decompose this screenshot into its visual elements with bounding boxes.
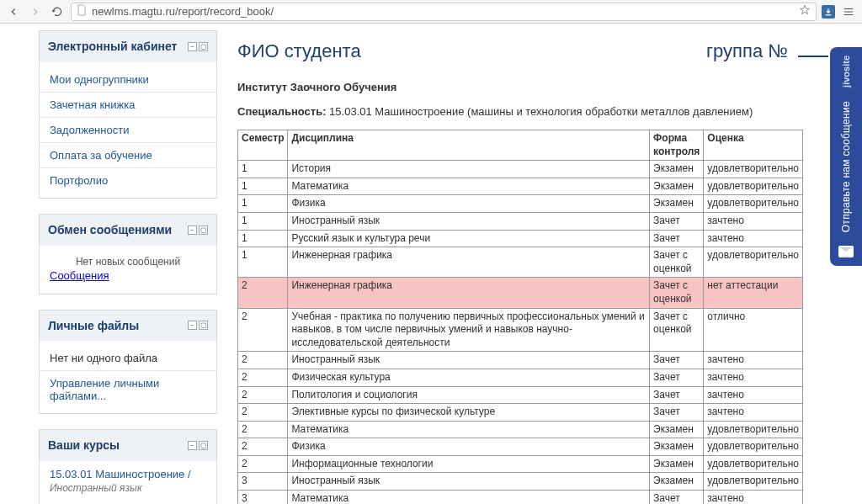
cell-form: Зачет: [650, 212, 704, 230]
cell-grade: отлично: [704, 308, 803, 352]
block-title: Ваши курсы: [48, 438, 120, 453]
course-sub: Иностранный язык: [50, 482, 206, 494]
cell-discipline: Физическая культура: [288, 369, 650, 386]
address-bar[interactable]: newlms.magtu.ru/report/record_book/: [71, 3, 817, 21]
cell-form: Экзамен: [650, 438, 704, 456]
cell-discipline: Инженерная графика: [288, 278, 650, 308]
download-button[interactable]: [822, 5, 835, 19]
col-discipline: Дисциплина: [288, 130, 650, 161]
cell-discipline: Русский язык и культура речи: [288, 230, 650, 247]
cell-semester: 2: [238, 352, 288, 369]
cell-discipline: Инженерная графика: [288, 247, 650, 278]
block-title: Обмен сообщениями: [48, 223, 172, 237]
download-icon: [824, 8, 833, 16]
cell-discipline: Иностранный язык: [288, 212, 650, 230]
table-header-row: Семестр Дисциплина Форма контроля Оценка: [238, 130, 803, 161]
cell-semester: 3: [238, 473, 288, 491]
table-row: 2Информационные технологииЭкзаменудовлет…: [238, 455, 803, 473]
cell-semester: 2: [238, 421, 288, 438]
manage-files-link[interactable]: Управление личными файлами...: [50, 377, 159, 402]
cell-semester: 2: [238, 455, 288, 473]
forward-button[interactable]: [27, 3, 44, 20]
table-row: 1ФизикаЭкзаменудовлетворительно: [238, 195, 803, 213]
table-row: 2Учебная - практика по получению первичн…: [238, 308, 803, 352]
back-button[interactable]: [5, 3, 22, 20]
table-row: 1Инженерная графикаЗачет с оценкойудовле…: [238, 247, 803, 278]
collapse-icon[interactable]: −: [188, 225, 197, 235]
block-title: Электронный кабинет: [48, 40, 177, 54]
cell-discipline: Математика: [288, 178, 650, 195]
reload-button[interactable]: [49, 3, 66, 20]
cell-form: Экзамен: [650, 178, 704, 195]
cell-form: Зачет: [650, 230, 704, 247]
cell-grade: удовлетворительно: [704, 247, 803, 278]
cell-form: Экзамен: [650, 161, 704, 178]
cell-semester: 2: [238, 278, 288, 308]
dock-icon[interactable]: ▢: [199, 321, 208, 330]
course-link[interactable]: 15.03.01 Машиностроение /: [50, 468, 191, 480]
cell-semester: 2: [238, 438, 288, 456]
block-messages: Обмен сообщениями − ▢ Нет новых сообщени…: [39, 214, 217, 294]
star-icon[interactable]: [799, 4, 811, 19]
table-row: 3Иностранный языкЭкзаменудовлетворительн…: [238, 473, 803, 491]
sidebar-item-payment[interactable]: Оплата за обучение: [50, 149, 152, 162]
collapse-icon[interactable]: −: [188, 441, 197, 450]
specialty-label: Специальность:: [237, 105, 326, 118]
cell-grade: зачтено: [704, 369, 803, 386]
cell-discipline: Элективные курсы по физической культуре: [288, 404, 650, 422]
menu-button[interactable]: [840, 3, 857, 20]
table-row: 2МатематикаЭкзаменудовлетворительно: [238, 421, 803, 438]
block-your-courses: Ваши курсы − ▢ 15.03.01 Машиностроение /…: [39, 429, 217, 504]
cell-form: Экзамен: [650, 421, 704, 438]
cell-form: Зачет: [650, 352, 704, 369]
jivosite-widget[interactable]: jivosite Отправьте нам сообщение: [830, 47, 862, 266]
jivosite-text: Отправьте нам сообщение: [840, 101, 852, 232]
cell-grade: зачтено: [704, 212, 803, 230]
cell-discipline: Политология и социология: [288, 386, 650, 404]
sidebar-item-portfolio[interactable]: Портфолио: [50, 174, 108, 187]
cell-form: Экзамен: [650, 455, 704, 473]
cell-grade: нет аттестации: [704, 278, 803, 308]
jivosite-brand: jivosite: [841, 56, 851, 88]
table-row: 2Иностранный языкЗачетзачтено: [238, 352, 803, 369]
cell-grade: зачтено: [704, 230, 803, 247]
col-grade: Оценка: [704, 130, 803, 161]
cell-semester: 1: [238, 212, 288, 230]
collapse-icon[interactable]: −: [188, 321, 197, 330]
menu-icon: [843, 6, 854, 18]
dock-icon[interactable]: ▢: [199, 441, 208, 450]
collapse-icon[interactable]: −: [188, 42, 197, 51]
page-icon: [77, 4, 87, 19]
cell-form: Зачет с оценкой: [650, 308, 704, 352]
block-header: Личные файлы − ▢: [40, 310, 216, 342]
sidebar-item-debts[interactable]: Задолженности: [50, 124, 129, 136]
sidebar-item-classmates[interactable]: Мои одногруппники: [50, 73, 149, 86]
block-electronic-cabinet: Электронный кабинет − ▢ Мои одногруппник…: [39, 30, 217, 199]
table-row: 2ФизикаЭкзаменудовлетворительно: [238, 438, 803, 456]
cell-grade: зачтено: [704, 352, 803, 369]
cell-discipline: История: [288, 161, 650, 178]
block-header: Обмен сообщениями − ▢: [40, 215, 216, 246]
arrow-right-icon: [29, 6, 41, 18]
block-header: Ваши курсы − ▢: [40, 430, 216, 461]
cell-discipline: Информационные технологии: [288, 455, 650, 473]
cell-form: Зачет: [650, 369, 704, 386]
cell-form: Зачет: [650, 491, 704, 504]
cell-grade: удовлетворительно: [704, 438, 803, 456]
dock-icon[interactable]: ▢: [199, 42, 208, 51]
cell-semester: 2: [238, 308, 288, 352]
table-row: 1ИсторияЭкзаменудовлетворительно: [238, 161, 803, 178]
cell-semester: 1: [238, 247, 288, 278]
cell-semester: 2: [238, 404, 288, 422]
cell-form: Зачет: [650, 386, 704, 404]
dock-icon[interactable]: ▢: [199, 225, 208, 235]
specialty-line: Специальность: 15.03.01 Машиностроение (…: [237, 105, 862, 118]
messages-link[interactable]: Сообщения: [50, 269, 109, 282]
reload-icon: [51, 6, 63, 18]
cell-form: Экзамен: [650, 195, 704, 213]
sidebar-item-recordbook[interactable]: Зачетная книжка: [50, 98, 135, 111]
block-private-files: Личные файлы − ▢ Нет ни одного файла Упр…: [39, 310, 217, 415]
cell-semester: 1: [238, 178, 288, 195]
table-row: 2Политология и социологияЗачетзачтено: [238, 386, 803, 404]
envelope-icon: [838, 246, 854, 257]
